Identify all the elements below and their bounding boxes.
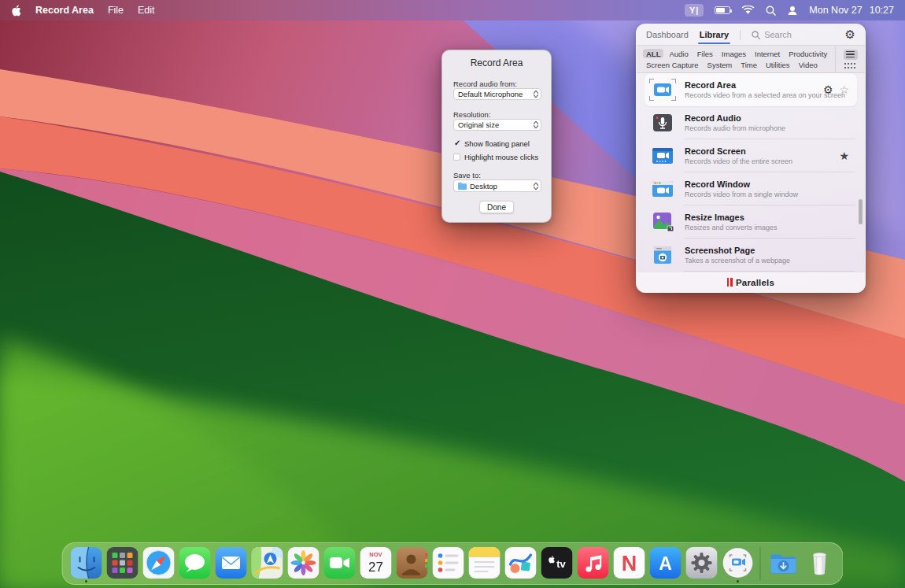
dock-item-mail[interactable] <box>214 545 248 582</box>
filter-video[interactable]: Video <box>799 61 818 69</box>
dock-item-finder[interactable] <box>69 545 103 582</box>
dock-item-trash[interactable] <box>803 545 837 582</box>
dock-item-calendar[interactable]: NOV 27 <box>359 545 393 582</box>
tool-row-record-area[interactable]: Record Area Records video from a selecte… <box>645 73 857 106</box>
record-area-tool-icon <box>649 79 676 101</box>
music-icon <box>577 547 608 579</box>
parallels-brand-text: Parallels <box>736 278 774 287</box>
dock-item-app-store[interactable]: A <box>648 545 682 582</box>
tab-library[interactable]: Library <box>700 30 729 39</box>
app-store-letter: A <box>659 553 672 574</box>
parallels-toolbox-menu-icon[interactable]: Y| <box>685 4 704 17</box>
dock-item-downloads[interactable] <box>766 545 800 582</box>
dock: NOV 27 <box>62 542 844 585</box>
grid-view-icon[interactable] <box>844 63 856 69</box>
filter-productivity[interactable]: Productivity <box>789 50 827 58</box>
finder-icon <box>70 547 102 579</box>
dock-item-photos[interactable] <box>286 545 320 582</box>
filter-audio[interactable]: Audio <box>669 50 688 58</box>
filter-system[interactable]: System <box>707 61 733 69</box>
menu-edit[interactable]: Edit <box>138 5 155 16</box>
dock-item-news[interactable]: N <box>612 545 646 582</box>
done-button[interactable]: Done <box>479 201 514 213</box>
search-field[interactable]: Search <box>752 30 833 39</box>
highlight-mouse-clicks-checkbox[interactable]: Highlight mouse clicks <box>453 153 538 161</box>
save-to-label: Save to: <box>453 171 481 179</box>
menu-file[interactable]: File <box>108 5 124 16</box>
facetime-icon <box>323 547 355 579</box>
tool-settings-gear-icon[interactable]: ⚙ <box>823 83 833 96</box>
dock-item-safari[interactable] <box>142 545 175 582</box>
mail-icon <box>215 547 246 579</box>
app-store-icon: A <box>649 547 681 579</box>
dock-item-reminders[interactable] <box>431 545 465 582</box>
resize-images-tool-icon <box>649 211 676 233</box>
tool-row-record-screen[interactable]: Record Screen Records video of the entir… <box>645 139 857 172</box>
tool-name: Record Audio <box>685 113 852 123</box>
panel-scrollbar[interactable] <box>859 199 863 224</box>
dock-item-messages[interactable] <box>178 545 212 582</box>
calendar-day: 27 <box>368 560 383 575</box>
filter-utilities[interactable]: Utilities <box>766 61 790 69</box>
tool-desc: Records video from a single window <box>685 190 852 198</box>
menu-bar: Record Area File Edit Y| Mon Nov 27 10:2… <box>0 0 905 20</box>
record-audio-from-label: Record audio from: <box>453 80 517 88</box>
dock-item-system-settings[interactable] <box>685 545 718 582</box>
maps-icon <box>251 547 283 579</box>
search-icon <box>752 31 760 39</box>
dock-item-record-area[interactable] <box>721 545 755 582</box>
apple-menu-icon[interactable] <box>11 5 21 17</box>
dock-item-notes[interactable] <box>467 545 501 582</box>
filter-screen-capture[interactable]: Screen Capture <box>646 61 699 69</box>
tool-row-resize-images[interactable]: Resize Images Resizes and converts image… <box>645 205 857 239</box>
active-app-name[interactable]: Record Area <box>35 5 94 16</box>
dock-item-apple-tv[interactable]: tv <box>540 545 574 582</box>
panel-settings-gear-icon[interactable]: ⚙ <box>845 29 855 41</box>
filter-images[interactable]: Images <box>722 50 746 58</box>
dock-item-music[interactable] <box>576 545 610 582</box>
favorite-star-outline-icon[interactable]: ☆ <box>839 83 849 96</box>
save-to-select[interactable]: Desktop <box>453 179 541 192</box>
tool-row-record-audio[interactable]: Record Audio Records audio from micropho… <box>645 106 857 139</box>
show-floating-panel-checkbox[interactable]: Show floating panel <box>453 139 530 148</box>
filter-time[interactable]: Time <box>741 61 757 69</box>
user-switch-icon[interactable] <box>787 6 798 16</box>
dock-item-freeform[interactable] <box>504 545 537 582</box>
calendar-month: NOV <box>369 551 382 558</box>
list-view-icon[interactable] <box>844 50 858 60</box>
apple-tv-icon: tv <box>541 547 572 579</box>
tab-dashboard[interactable]: Dashboard <box>646 30 689 39</box>
tool-name: Screenshot Page <box>685 246 852 255</box>
tool-desc: Resizes and converts images <box>685 224 852 231</box>
wifi-icon[interactable] <box>741 6 755 15</box>
tool-row-record-window[interactable]: Record Window Records video from a singl… <box>645 172 857 205</box>
dock-item-maps[interactable] <box>250 545 284 582</box>
checkbox-unchecked-icon <box>453 153 460 161</box>
resolution-select[interactable]: Original size <box>453 119 541 131</box>
tool-row-screenshot-page[interactable]: Screenshot Page Takes a screenshot of a … <box>645 239 857 272</box>
tool-name: Record Window <box>685 179 852 189</box>
spotlight-search-icon[interactable] <box>766 6 776 16</box>
dock-item-launchpad[interactable] <box>105 545 139 582</box>
record-audio-tool-icon <box>649 112 676 134</box>
tool-desc: Takes a screenshot of a webpage <box>685 257 852 264</box>
filter-files[interactable]: Files <box>697 50 713 58</box>
dock-item-facetime[interactable] <box>323 545 356 582</box>
dialog-title: Record Area <box>442 57 551 68</box>
record-area-dialog: Record Area Record audio from: Default M… <box>441 50 552 223</box>
microphone-select[interactable]: Default Microphone <box>453 88 541 100</box>
filter-internet[interactable]: Internet <box>755 50 780 58</box>
resolution-label: Resolution: <box>453 110 491 119</box>
filter-all[interactable]: ALL <box>643 49 663 58</box>
menu-bar-date[interactable]: Mon Nov 27 <box>809 5 862 16</box>
view-toggle <box>835 46 865 72</box>
favorite-star-filled-icon[interactable]: ★ <box>839 150 849 162</box>
news-letter: N <box>621 552 637 575</box>
tool-name: Resize Images <box>685 213 852 222</box>
menu-bar-time[interactable]: 10:27 <box>870 5 894 16</box>
panel-header: Dashboard Library Search ⚙ <box>637 24 865 45</box>
dock-divider <box>760 547 761 580</box>
folder-icon <box>458 183 467 190</box>
battery-icon[interactable] <box>715 6 730 14</box>
dock-item-contacts[interactable] <box>395 545 429 582</box>
